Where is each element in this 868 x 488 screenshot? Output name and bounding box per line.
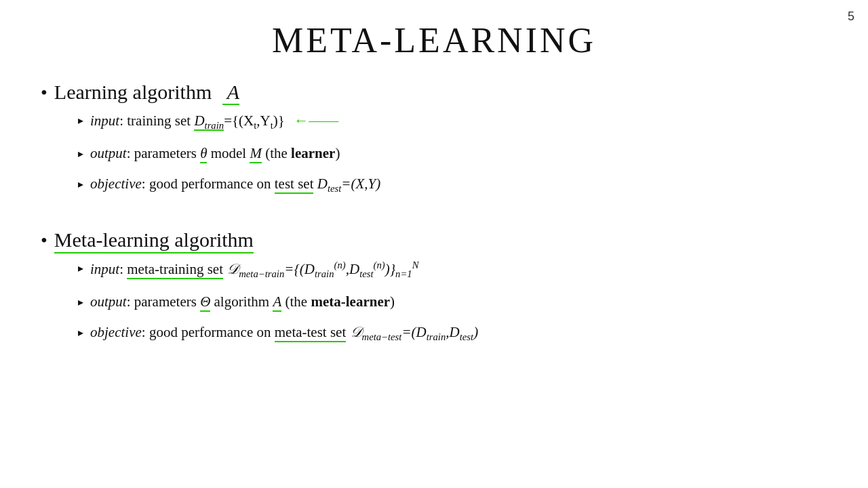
main-bullet-1: • Learning algorithm A <box>41 81 827 104</box>
learning-algorithm-label: Learning algorithm <box>54 81 212 103</box>
label-output-1: output <box>90 145 127 161</box>
sub-arrow-5: ▸ <box>78 295 83 310</box>
meta-learning-algorithm-label: Meta-learning algorithm <box>54 228 254 253</box>
slide: 5 META-LEARNING • Learning algorithm A ▸… <box>0 0 868 488</box>
sub-item-input-2: ▸ input: meta-training set 𝒟meta−train={… <box>78 258 827 281</box>
formula-dtest: Dtest=(X,Y) <box>317 176 381 192</box>
label-output-2: output <box>90 293 127 310</box>
formula-dtrain: Dtrain <box>194 113 224 131</box>
label-objective-1: objective <box>90 176 142 192</box>
sub-arrow-6: ▸ <box>78 325 83 340</box>
meta-test-set-underline: meta-test set <box>275 324 347 342</box>
formula-theta: θ <box>200 145 207 163</box>
sub-item-content-objective-1: objective: good performance on test set … <box>90 174 827 196</box>
bullet-dot-1: • <box>41 82 47 104</box>
section-learning-algorithm: • Learning algorithm A ▸ input: training… <box>41 81 827 196</box>
sub-item-output-2: ▸ output: parameters Θ algorithm A (the … <box>78 292 827 312</box>
slide-title: META-LEARNING <box>41 20 827 60</box>
sub-arrow-3: ▸ <box>78 177 83 192</box>
sub-item-content-input-1: input: training set Dtrain={(Xt,Yt)} ←—— <box>90 110 827 133</box>
formula-meta-train: 𝒟meta−train={(Dtrain(n),Dtest(n))}n=1N <box>226 261 418 277</box>
section-meta-learning: • Meta-learning algorithm ▸ input: meta-… <box>41 228 827 344</box>
label-input-2: input <box>90 261 119 277</box>
label-input-1: input <box>90 113 119 129</box>
sub-arrow-4: ▸ <box>78 261 83 276</box>
sub-item-content-objective-2: objective: good performance on meta-test… <box>90 323 827 344</box>
sub-items-2: ▸ input: meta-training set 𝒟meta−train={… <box>78 258 827 344</box>
main-bullet-2-text: Meta-learning algorithm <box>54 228 254 251</box>
sub-item-content-output-1: output: parameters θ model M (the learne… <box>90 144 827 163</box>
learner-label: learner <box>291 145 335 161</box>
sub-item-objective-1: ▸ objective: good performance on test se… <box>78 174 827 196</box>
bullet-dot-2: • <box>41 230 47 251</box>
sub-arrow-2: ▸ <box>78 146 83 161</box>
slide-number: 5 <box>848 9 854 24</box>
sub-item-content-output-2: output: parameters Θ algorithm A (the me… <box>90 292 827 312</box>
main-bullet-2: • Meta-learning algorithm <box>41 228 827 251</box>
mouse-cursor <box>312 450 316 454</box>
test-set-underline: test set <box>275 176 314 194</box>
sub-arrow-1: ▸ <box>78 113 83 128</box>
sub-item-content-input-2: input: meta-training set 𝒟meta−train={(D… <box>90 258 827 281</box>
learning-algorithm-math: A <box>222 81 239 105</box>
sub-items-1: ▸ input: training set Dtrain={(Xt,Yt)} ←… <box>78 110 827 196</box>
meta-training-set-underline: meta-training set <box>127 261 223 279</box>
formula-meta-test: 𝒟meta−test=(Dtrain,Dtest) <box>350 324 479 340</box>
formula-A: A <box>273 293 281 312</box>
meta-learner-label: meta-learner <box>311 293 390 310</box>
sub-item-input-1: ▸ input: training set Dtrain={(Xt,Yt)} ←… <box>78 110 827 133</box>
sub-item-output-1: ▸ output: parameters θ model M (the lear… <box>78 144 827 163</box>
main-bullet-1-text: Learning algorithm A <box>54 81 239 104</box>
formula-Theta: Θ <box>200 293 210 312</box>
label-objective-2: objective <box>90 324 142 340</box>
sub-item-objective-2: ▸ objective: good performance on meta-te… <box>78 323 827 344</box>
formula-M: M <box>250 145 262 163</box>
arrow-annotation-1: ←—— <box>294 110 338 131</box>
